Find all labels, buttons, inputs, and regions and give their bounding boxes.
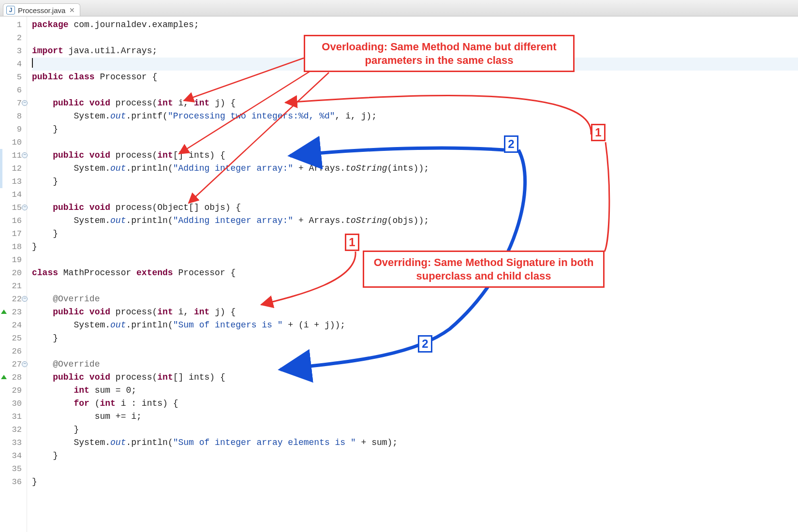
java-file-icon: J	[6, 6, 15, 15]
code-line[interactable]: }	[32, 449, 798, 462]
line-number: 25	[0, 332, 27, 345]
change-marker	[0, 175, 2, 188]
editor-tab[interactable]: J Processor.java ✕	[3, 3, 80, 16]
line-number: 21	[0, 280, 27, 293]
code-line[interactable]: public class Processor {	[32, 71, 798, 84]
badge-blue-2-bottom: 2	[418, 335, 432, 353]
line-number: 11−	[0, 149, 27, 162]
code-line[interactable]: System.out.println("Adding integer array…	[32, 162, 798, 175]
line-number: 27−	[0, 358, 27, 371]
code-line[interactable]: @Override	[32, 293, 798, 306]
line-number: 26	[0, 345, 27, 358]
code-line[interactable]: System.out.println("Sum of integer array…	[32, 436, 798, 449]
override-marker-icon[interactable]	[1, 375, 7, 379]
tab-bar: J Processor.java ✕	[0, 0, 798, 16]
line-number: 30	[0, 397, 27, 410]
line-number: 33	[0, 436, 27, 449]
line-number: 22−	[0, 293, 27, 306]
override-marker-icon[interactable]	[1, 310, 7, 314]
badge-red-1: 1	[591, 124, 606, 141]
line-number: 17	[0, 227, 27, 240]
line-number: 4	[0, 58, 27, 71]
code-line[interactable]: }	[32, 175, 798, 188]
line-number: 24	[0, 319, 27, 332]
code-line[interactable]: }	[32, 123, 798, 136]
line-number: 23	[0, 306, 27, 319]
line-number: 35	[0, 462, 27, 475]
annotation-overloading: Overloading: Same Method Name but differ…	[304, 35, 575, 72]
line-number: 19	[0, 253, 27, 266]
line-number: 32	[0, 423, 27, 436]
code-line[interactable]: public void process(Object[] objs) {	[32, 201, 798, 214]
line-number: 10	[0, 136, 27, 149]
code-line[interactable]: }	[32, 332, 798, 345]
line-number: 16	[0, 214, 27, 227]
annotation-overriding: Overriding: Same Method Signature in bot…	[363, 251, 605, 288]
line-number: 1	[0, 18, 27, 31]
code-line[interactable]: System.out.println("Sum of integers is "…	[32, 319, 798, 332]
code-line[interactable]: System.out.printf("Processing two intege…	[32, 110, 798, 123]
line-number: 34	[0, 449, 27, 462]
line-number: 20	[0, 266, 27, 280]
code-line[interactable]: System.out.println("Adding integer array…	[32, 214, 798, 227]
tab-filename: Processor.java	[18, 6, 65, 15]
badge-blue-2-top: 2	[504, 135, 518, 153]
line-number: 29	[0, 384, 27, 397]
code-line[interactable]: }	[32, 475, 798, 488]
line-number: 31	[0, 410, 27, 423]
line-number: 7−	[0, 97, 27, 110]
line-number: 2	[0, 31, 27, 44]
code-line[interactable]: int sum = 0;	[32, 384, 798, 397]
code-line[interactable]: public void process(int i, int j) {	[32, 97, 798, 110]
code-line[interactable]	[32, 462, 798, 475]
code-line[interactable]	[32, 84, 798, 97]
line-number: 6	[0, 84, 27, 97]
line-number: 14	[0, 188, 27, 201]
change-marker	[0, 162, 2, 175]
badge-red-1-mid: 1	[345, 234, 359, 251]
line-number: 28	[0, 371, 27, 384]
line-number: 5	[0, 71, 27, 84]
close-icon[interactable]: ✕	[69, 6, 75, 14]
code-line[interactable]: public void process(int[] ints) {	[32, 149, 798, 162]
code-line[interactable]	[32, 345, 798, 358]
code-line[interactable]: for (int i : ints) {	[32, 397, 798, 410]
code-line[interactable]: public void process(int[] ints) {	[32, 371, 798, 384]
code-line[interactable]: public void process(int i, int j) {	[32, 306, 798, 319]
line-number-gutter: 1234567−891011−12131415−16171819202122−2…	[0, 16, 27, 532]
line-number: 3	[0, 44, 27, 58]
line-number: 9	[0, 123, 27, 136]
code-line[interactable]: }	[32, 423, 798, 436]
code-line[interactable]: }	[32, 227, 798, 240]
line-number: 8	[0, 110, 27, 123]
code-line[interactable]: @Override	[32, 358, 798, 371]
line-number: 15−	[0, 201, 27, 214]
code-line[interactable]: sum += i;	[32, 410, 798, 423]
change-marker	[0, 149, 2, 162]
line-number: 12	[0, 162, 27, 175]
line-number: 36	[0, 475, 27, 488]
code-line[interactable]	[32, 188, 798, 201]
line-number: 13	[0, 175, 27, 188]
code-line[interactable]	[32, 136, 798, 149]
line-number: 18	[0, 240, 27, 253]
code-line[interactable]: package com.journaldev.examples;	[32, 18, 798, 31]
